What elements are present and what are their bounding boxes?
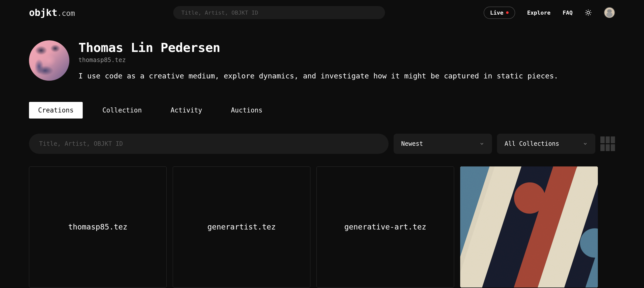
sort-selected: Newest xyxy=(401,140,423,147)
tab-auctions[interactable]: Auctions xyxy=(222,102,272,119)
live-dot-icon xyxy=(506,11,509,14)
svg-line-4 xyxy=(590,14,591,15)
profile-info: Thomas Lin Pedersen thomasp85.tez I use … xyxy=(78,40,558,82)
collection-card-label: generartist.tez xyxy=(208,222,276,231)
creations-grid: thomasp85.tez generartist.tez generative… xyxy=(0,161,644,288)
svg-line-8 xyxy=(590,10,591,11)
header: objkt .com Live Explore FAQ xyxy=(0,0,644,25)
tab-collection[interactable]: Collection xyxy=(93,102,151,119)
collection-selected: All Collections xyxy=(505,140,559,147)
logo[interactable]: objkt .com xyxy=(29,7,75,18)
profile-name: Thomas Lin Pedersen xyxy=(78,40,558,55)
chevron-down-icon xyxy=(479,141,484,146)
tab-creations[interactable]: Creations xyxy=(29,102,83,119)
collection-select[interactable]: All Collections xyxy=(497,134,595,154)
nav-faq[interactable]: FAQ xyxy=(563,10,573,16)
collection-card[interactable]: generative-art.tez xyxy=(316,166,454,287)
artwork-card[interactable] xyxy=(460,166,598,287)
profile-handle: thomasp85.tez xyxy=(78,56,558,64)
logo-main: objkt xyxy=(29,7,57,18)
user-avatar[interactable] xyxy=(604,7,615,18)
tab-activity[interactable]: Activity xyxy=(161,102,211,119)
chevron-down-icon xyxy=(583,141,588,146)
profile-tabs: Creations Collection Activity Auctions xyxy=(0,92,644,124)
header-search-input[interactable] xyxy=(173,6,385,19)
grid-view-toggle[interactable] xyxy=(600,136,615,151)
collection-card[interactable]: generartist.tez xyxy=(173,166,310,287)
svg-line-3 xyxy=(586,10,587,11)
collection-card-label: thomasp85.tez xyxy=(68,222,128,231)
collection-card-label: generative-art.tez xyxy=(344,222,426,231)
sun-icon[interactable] xyxy=(585,9,592,16)
profile-bio: I use code as a creative medium, explore… xyxy=(78,71,558,82)
collection-card[interactable]: thomasp85.tez xyxy=(29,166,167,287)
profile-avatar[interactable] xyxy=(29,40,69,81)
filter-search-input[interactable] xyxy=(29,134,389,154)
nav-explore[interactable]: Explore xyxy=(527,10,551,16)
live-button[interactable]: Live xyxy=(484,7,515,19)
svg-point-0 xyxy=(587,11,590,14)
filter-row: Newest All Collections xyxy=(0,124,644,161)
svg-line-7 xyxy=(586,14,587,15)
profile-section: Thomas Lin Pedersen thomasp85.tez I use … xyxy=(0,25,644,92)
live-label: Live xyxy=(490,10,504,16)
sort-select[interactable]: Newest xyxy=(394,134,492,154)
header-nav: Live Explore FAQ xyxy=(484,7,615,19)
logo-suffix: .com xyxy=(57,9,75,18)
